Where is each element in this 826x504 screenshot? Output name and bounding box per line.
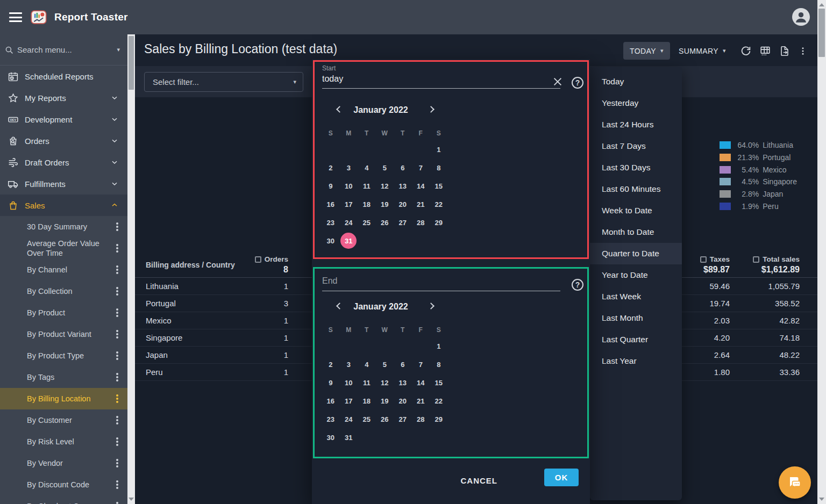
calendar-day-8[interactable]: 8 [430,159,448,177]
kebab-menu-icon[interactable] [113,285,121,297]
sidebar-subitem-by-product-type[interactable]: By Product Type [0,345,127,366]
calendar-day-17[interactable]: 17 [340,195,358,213]
kebab-menu-icon[interactable] [113,307,121,319]
calendar-day-10[interactable]: 10 [340,177,358,195]
preset-quarter-to-date[interactable]: Quarter to Date [590,243,682,264]
calendar-day-4[interactable]: 4 [358,355,376,373]
kebab-menu-icon[interactable] [113,479,121,491]
calendar-day-22[interactable]: 22 [430,195,448,213]
calendar-day-19[interactable]: 19 [376,392,394,410]
calendar-day-25[interactable]: 25 [358,410,376,428]
refresh-icon[interactable] [740,45,752,57]
help-icon[interactable]: ? [572,279,583,291]
preset-last-7-days[interactable]: Last 7 Days [590,135,682,157]
clear-icon[interactable] [553,77,562,87]
calendar-day-16[interactable]: 16 [322,392,340,410]
calendar-day-7[interactable]: 7 [412,159,430,177]
column-header-orders[interactable]: Orders 8 [224,255,288,275]
calendar-day-11[interactable]: 11 [358,373,376,392]
calendar-day-21[interactable]: 21 [412,392,430,410]
start-date-input[interactable]: today [322,74,343,84]
scroll-up-arrow-icon[interactable] [819,3,824,6]
calendar-day-13[interactable]: 13 [394,373,412,392]
search-input[interactable]: Search menu... [17,45,117,54]
kebab-menu-icon[interactable] [113,242,121,254]
calendar-day-18[interactable]: 18 [358,195,376,213]
sidebar-subitem-by-checkout-currency[interactable]: By Checkout Currency [0,495,127,504]
page-scrollbar[interactable] [817,0,826,504]
calendar-day-3[interactable]: 3 [340,355,358,373]
calendar-day-14[interactable]: 14 [412,177,430,195]
calendar-day-8[interactable]: 8 [430,355,448,373]
calendar-day-26[interactable]: 26 [376,410,394,428]
calendar-day-1[interactable]: 1 [430,140,448,159]
calendar-day-27[interactable]: 27 [394,410,412,428]
checkbox-orders[interactable] [255,256,261,263]
preset-year-to-date[interactable]: Year to Date [590,264,682,286]
calendar-day-17[interactable]: 17 [340,392,358,410]
kebab-menu-icon[interactable] [113,393,121,405]
sidebar-item-orders[interactable]: Orders [0,130,127,152]
calendar-day-22[interactable]: 22 [430,392,448,410]
calendar-day-9[interactable]: 9 [322,373,340,392]
calendar-day-6[interactable]: 6 [394,159,412,177]
preset-yesterday[interactable]: Yesterday [590,92,682,114]
sidebar-scrollbar[interactable] [127,34,135,504]
sidebar-subitem-by-discount-code[interactable]: By Discount Code [0,474,127,495]
calendar-day-29[interactable]: 29 [430,410,448,428]
calendar-day-12[interactable]: 12 [376,177,394,195]
kebab-menu-icon[interactable] [113,500,121,504]
preset-month-to-date[interactable]: Month to Date [590,221,682,243]
sidebar-item-draft-orders[interactable]: Draft Orders [0,152,127,173]
cancel-button[interactable]: CANCEL [455,473,503,488]
sidebar-subitem-average-order-value-over-time[interactable]: Average Order Value Over Time [0,237,127,259]
calendar-day-15[interactable]: 15 [430,373,448,392]
calendar-day-23[interactable]: 23 [322,410,340,428]
chat-fab-button[interactable] [779,466,811,499]
sidebar-subitem-by-vendor[interactable]: By Vendor [0,452,127,474]
sidebar-subitem-by-tags[interactable]: By Tags [0,366,127,388]
kebab-menu-icon[interactable] [113,414,121,426]
calendar-day-2[interactable]: 2 [322,355,340,373]
calendar-day-13[interactable]: 13 [394,177,412,195]
account-avatar[interactable] [792,8,810,26]
preset-last-year[interactable]: Last Year [590,350,682,372]
kebab-menu-icon[interactable] [113,436,121,448]
kebab-menu-icon[interactable] [113,328,121,340]
sidebar-item-scheduled-reports[interactable]: Scheduled Reports [0,66,127,87]
calendar-day-16[interactable]: 16 [322,195,340,213]
sidebar-item-sales[interactable]: Sales [0,195,127,216]
kebab-menu-icon[interactable] [113,457,121,469]
calendar-day-14[interactable]: 14 [412,373,430,392]
page-scrollbar-thumb[interactable] [818,9,825,57]
calendar-day-9[interactable]: 9 [322,177,340,195]
chevron-down-icon[interactable]: ▾ [117,46,120,53]
end-field-label[interactable]: End [322,276,337,286]
calendar-day-21[interactable]: 21 [412,195,430,213]
summary-button[interactable]: SUMMARY▾ [672,42,732,60]
preset-today[interactable]: Today [590,71,682,92]
calendar-day-10[interactable]: 10 [340,373,358,392]
ok-button[interactable]: OK [544,469,579,486]
calendar-day-30[interactable]: 30 [322,428,340,447]
column-header-country[interactable]: Billing address / Country [146,261,235,269]
calendar-day-19[interactable]: 19 [376,195,394,213]
kebab-menu-icon[interactable] [113,221,121,233]
preset-last-30-days[interactable]: Last 30 Days [590,157,682,178]
calendar-day-4[interactable]: 4 [358,159,376,177]
calendar-day-7[interactable]: 7 [412,355,430,373]
calendar-day-5[interactable]: 5 [376,159,394,177]
filter-select[interactable]: Select filter...▾ [144,72,303,92]
checkbox-total-sales[interactable] [753,256,759,263]
calendar-day-6[interactable]: 6 [394,355,412,373]
calendar-day-18[interactable]: 18 [358,392,376,410]
calendar-day-31[interactable]: 31 [340,428,358,447]
calendar-day-25[interactable]: 25 [358,213,376,232]
sidebar-item-development[interactable]: DEVDevelopment [0,109,127,130]
preset-last-month[interactable]: Last Month [590,307,682,329]
calendar-day-29[interactable]: 29 [430,213,448,232]
calendar-day-26[interactable]: 26 [376,213,394,232]
calendar-day-11[interactable]: 11 [358,177,376,195]
preset-last-week[interactable]: Last Week [590,286,682,307]
sidebar-subitem-by-collection[interactable]: By Collection [0,280,127,302]
